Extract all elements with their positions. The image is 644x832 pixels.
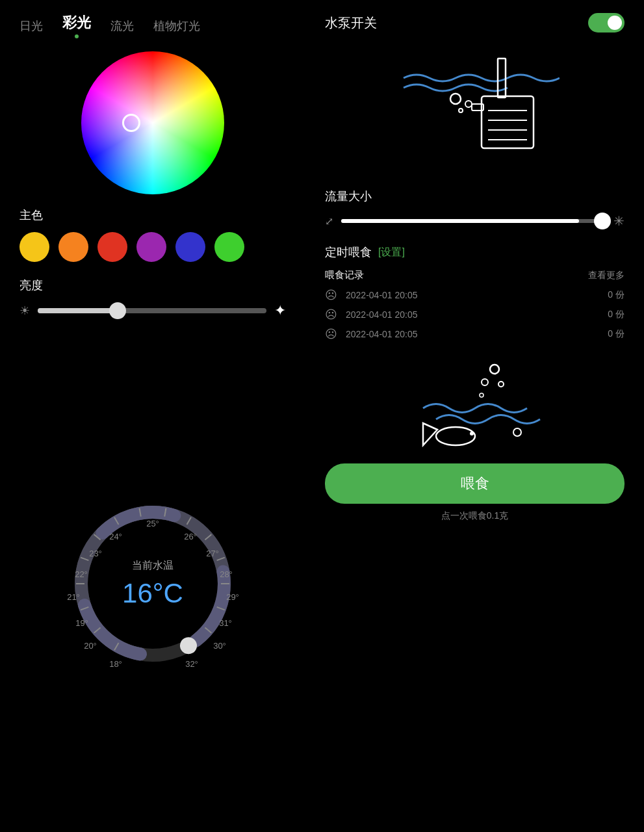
feeding-amount-1: 0 份 [608, 289, 625, 301]
pump-svg [391, 52, 560, 169]
svg-rect-34 [498, 58, 506, 98]
feeding-amount-2: 0 份 [608, 309, 625, 320]
feeding-title: 定时喂食 [325, 244, 372, 260]
brightness-label: 亮度 [19, 278, 286, 293]
pump-toggle[interactable] [588, 13, 625, 32]
svg-text:26°: 26° [184, 532, 197, 541]
color-wheel[interactable] [81, 51, 224, 194]
flow-section: 流量大小 ⤢ ✳ [325, 188, 625, 229]
feed-button[interactable]: 喂食 [325, 463, 625, 504]
flow-label: 流量大小 [325, 188, 625, 204]
svg-text:29°: 29° [226, 592, 239, 602]
svg-text:30°: 30° [213, 641, 226, 651]
brightness-bright-icon: ✦ [274, 302, 286, 319]
top-nav: 日光 彩光 流光 植物灯光 [19, 13, 286, 38]
color-section-label: 主色 [19, 207, 286, 223]
brightness-slider[interactable] [38, 308, 266, 313]
feeding-row-3: ☹ 2022-04-01 20:05 0 份 [325, 327, 625, 341]
brightness-fill [38, 308, 118, 313]
brightness-dim-icon: ☀ [19, 304, 30, 318]
svg-text:25°: 25° [146, 519, 159, 528]
swatch-red[interactable] [97, 232, 127, 262]
nav-color[interactable]: 彩光 [62, 13, 91, 38]
main-layout: 日光 彩光 流光 植物灯光 主色 亮度 ☀ [0, 0, 644, 832]
svg-text:28°: 28° [220, 569, 233, 579]
svg-point-40 [450, 94, 461, 104]
feeding-more[interactable]: 查看更多 [588, 270, 625, 281]
brightness-thumb[interactable] [109, 302, 126, 319]
fish-illustration [325, 353, 625, 457]
brightness-row: ☀ ✦ [19, 302, 286, 319]
feeding-record-label: 喂食记录 [325, 269, 364, 281]
flow-min-icon: ⤢ [325, 215, 333, 228]
feeding-icon-2: ☹ [325, 307, 339, 322]
feeding-time-1: 2022-04-01 20:05 [346, 290, 601, 300]
feeding-record-header: 喂食记录 查看更多 [325, 269, 625, 281]
swatch-purple[interactable] [136, 232, 166, 262]
feeding-amount-3: 0 份 [608, 328, 625, 340]
feeding-icon-3: ☹ [325, 327, 339, 341]
flow-max-icon: ✳ [613, 213, 625, 229]
svg-text:31°: 31° [219, 618, 232, 628]
flow-row: ⤢ ✳ [325, 213, 625, 229]
color-picker-thumb[interactable] [122, 114, 140, 132]
nav-sunlight[interactable]: 日光 [19, 18, 43, 34]
brightness-section: 亮度 ☀ ✦ [19, 278, 286, 319]
svg-point-50 [470, 432, 474, 436]
color-wheel-container [19, 51, 286, 194]
swatch-green[interactable] [214, 232, 244, 262]
color-swatches [19, 232, 286, 262]
thermometer-value: 16°C [122, 577, 183, 608]
svg-point-44 [490, 365, 499, 374]
nav-flow[interactable]: 流光 [110, 18, 134, 34]
feeding-time-2: 2022-04-01 20:05 [346, 309, 601, 320]
thermometer-ring: 19° 20° 21° 22° 23° 24° 25° 26° [62, 493, 244, 675]
svg-text:22°: 22° [75, 569, 88, 579]
nav-plant[interactable]: 植物灯光 [153, 18, 200, 34]
svg-point-47 [480, 393, 483, 397]
swatch-orange[interactable] [58, 232, 88, 262]
pump-header: 水泵开关 [325, 13, 625, 32]
feeding-header: 定时喂食 [设置] [325, 244, 625, 260]
feeding-row-1: ☹ 2022-04-01 20:05 0 份 [325, 288, 625, 302]
thermometer-center: 当前水温 16°C [122, 558, 183, 608]
svg-text:32°: 32° [185, 659, 198, 669]
right-panel: 水泵开关 [305, 0, 644, 832]
svg-text:19°: 19° [75, 618, 88, 628]
svg-point-48 [513, 428, 521, 436]
svg-text:27°: 27° [206, 549, 219, 558]
pump-label: 水泵开关 [325, 14, 377, 32]
feeding-settings[interactable]: [设置] [378, 246, 405, 259]
feeding-icon-1: ☹ [325, 288, 339, 302]
feed-hint: 点一次喂食0.1克 [325, 510, 625, 522]
svg-text:18°: 18° [109, 659, 122, 669]
pump-illustration [325, 46, 625, 176]
thermometer-label: 当前水温 [122, 558, 183, 572]
swatch-yellow[interactable] [19, 232, 49, 262]
svg-point-45 [482, 379, 488, 385]
svg-text:24°: 24° [109, 532, 122, 541]
svg-point-41 [465, 101, 472, 107]
swatch-blue[interactable] [175, 232, 205, 262]
feeding-records: ☹ 2022-04-01 20:05 0 份 ☹ 2022-04-01 20:0… [325, 288, 625, 346]
svg-text:23°: 23° [89, 549, 102, 558]
feeding-time-3: 2022-04-01 20:05 [346, 329, 601, 339]
svg-text:20°: 20° [84, 641, 97, 651]
flow-fill [341, 219, 579, 223]
svg-point-42 [459, 109, 463, 112]
svg-point-46 [498, 382, 504, 387]
flow-slider[interactable] [341, 219, 606, 223]
svg-point-49 [436, 427, 475, 445]
flow-thumb[interactable] [594, 213, 611, 229]
feeding-row-2: ☹ 2022-04-01 20:05 0 份 [325, 307, 625, 322]
thermometer-container: 19° 20° 21° 22° 23° 24° 25° 26° [19, 348, 286, 819]
fish-svg [397, 359, 553, 450]
svg-text:21°: 21° [67, 592, 80, 602]
left-panel: 日光 彩光 流光 植物灯光 主色 亮度 ☀ [0, 0, 305, 832]
